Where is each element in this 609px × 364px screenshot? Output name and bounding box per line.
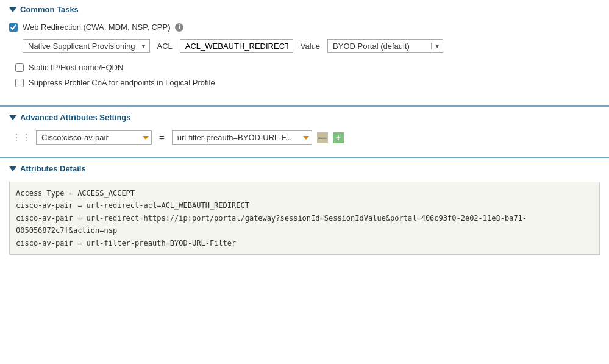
web-redirect-info-icon[interactable]: i [175,23,183,32]
acl-label: ACL [157,41,173,51]
attr-left-dropdown-arrow[interactable] [143,136,149,140]
value-down-icon: ▼ [434,43,440,49]
attributes-details-header: Attributes Details [9,164,600,173]
common-tasks-title: Common Tasks [20,5,79,14]
common-tasks-section: Common Tasks Web Redirection (CWA, MDM, … [0,0,609,105]
acl-input[interactable] [180,39,293,53]
details-line-4: cisco-av-pair = url-filter-preauth=BYOD-… [16,237,593,249]
value-dropdown-arrow[interactable]: ▼ [431,43,440,49]
advanced-attributes-title: Advanced Attributes Settings [20,113,131,122]
static-ip-row: Static IP/Host name/FQDN [15,63,600,72]
common-tasks-collapse-icon[interactable] [9,7,16,12]
details-line-2: cisco-av-pair = url-redirect-acl=ACL_WEB… [16,199,593,212]
attr-right-dropdown-text: url-filter-preauth=BYOD-URL-F... [177,133,301,142]
value-label: Value [301,41,320,51]
suppress-profiler-label: Suppress Profiler CoA for endpoints in L… [29,78,215,87]
advanced-attributes-header: Advanced Attributes Settings [9,113,600,122]
nsp-down-icon: ▼ [141,43,147,49]
remove-attr-button[interactable]: — [317,132,328,143]
attributes-details-content: Access Type = ACCESS_ACCEPT cisco-av-pai… [9,182,600,255]
attribute-row: ⋮⋮ Cisco:cisco-av-pair = url-filter-prea… [12,130,600,145]
web-redirect-label: Web Redirection (CWA, MDM, NSP, CPP) [23,23,170,32]
orange-down-icon-2 [303,136,309,140]
advanced-collapse-icon[interactable] [9,115,16,120]
nsp-dropdown-arrow[interactable]: ▼ [138,43,147,49]
details-collapse-icon[interactable] [9,166,16,171]
value-dropdown-text: BYOD Portal (default) [333,41,429,51]
nsp-acl-row: Native Supplicant Provisioning ▼ ACL Val… [23,39,600,53]
drag-handle-icon[interactable]: ⋮⋮ [12,132,31,143]
details-line-3: cisco-av-pair = url-redirect=https://ip:… [16,212,593,237]
attr-right-dropdown[interactable]: url-filter-preauth=BYOD-URL-F... [172,130,312,145]
web-redirect-checkbox[interactable] [9,23,18,32]
attr-left-dropdown[interactable]: Cisco:cisco-av-pair [36,130,152,145]
nsp-dropdown[interactable]: Native Supplicant Provisioning ▼ [23,39,150,53]
advanced-attributes-section: Advanced Attributes Settings ⋮⋮ Cisco:ci… [0,105,609,157]
orange-down-icon [143,136,149,140]
attributes-details-title: Attributes Details [20,164,86,173]
web-redirect-row: Web Redirection (CWA, MDM, NSP, CPP) i [9,23,600,32]
attr-left-dropdown-text: Cisco:cisco-av-pair [41,133,140,142]
suppress-profiler-checkbox[interactable] [15,79,24,87]
suppress-profiler-row: Suppress Profiler CoA for endpoints in L… [15,78,600,87]
details-line-1: Access Type = ACCESS_ACCEPT [16,187,593,199]
attr-right-dropdown-arrow[interactable] [303,136,309,140]
static-ip-checkbox[interactable] [15,63,24,72]
attributes-details-section: Attributes Details Access Type = ACCESS_… [0,157,609,261]
nsp-dropdown-text: Native Supplicant Provisioning [28,41,135,51]
common-tasks-header: Common Tasks [9,5,600,14]
value-dropdown[interactable]: BYOD Portal (default) ▼ [327,39,443,53]
add-attr-button[interactable]: + [333,132,344,143]
static-ip-label: Static IP/Host name/FQDN [29,63,123,72]
equals-sign: = [157,132,167,143]
